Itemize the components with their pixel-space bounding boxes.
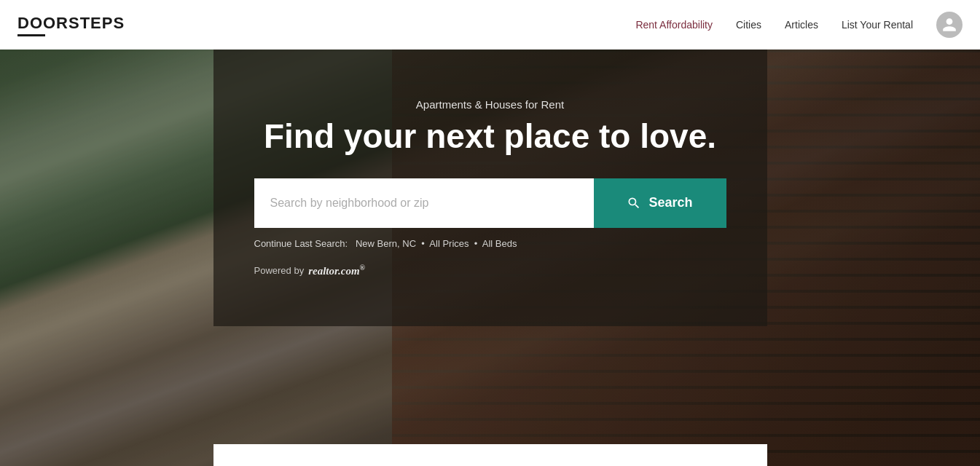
header: DOORSTEPS Rent Affordability Cities Arti… xyxy=(0,0,980,50)
search-button-label: Search xyxy=(648,195,692,210)
search-icon xyxy=(627,196,641,210)
last-search-beds: All Beds xyxy=(482,238,517,249)
powered-by: Powered by realtor.com® xyxy=(254,264,366,277)
realtor-logo: realtor.com® xyxy=(308,264,365,277)
last-search-label: Continue Last Search: xyxy=(254,238,348,249)
last-search-location: New Bern, NC xyxy=(356,238,416,249)
hero-subtitle: Apartments & Houses for Rent xyxy=(416,98,564,111)
logo-underline xyxy=(17,34,45,36)
nav-rent-affordability[interactable]: Rent Affordability xyxy=(635,19,713,31)
nav-articles[interactable]: Articles xyxy=(785,19,818,31)
bottom-white-strip xyxy=(213,444,767,466)
last-search-price: All Prices xyxy=(429,238,469,249)
person-icon xyxy=(941,17,957,33)
user-account-icon[interactable] xyxy=(936,12,963,38)
search-button[interactable]: Search xyxy=(594,178,726,228)
search-input[interactable] xyxy=(254,178,594,228)
main-nav: Rent Affordability Cities Articles List … xyxy=(635,12,963,38)
nav-list-rental[interactable]: List Your Rental xyxy=(842,19,913,31)
search-bar: Search xyxy=(254,178,726,228)
nav-cities[interactable]: Cities xyxy=(736,19,761,31)
powered-by-label: Powered by xyxy=(254,265,305,276)
last-search-bar[interactable]: Continue Last Search: New Bern, NC • All… xyxy=(254,238,517,249)
logo[interactable]: DOORSTEPS xyxy=(17,14,125,36)
search-panel: Apartments & Houses for Rent Find your n… xyxy=(213,50,767,326)
hero-heading: Find your next place to love. xyxy=(264,118,716,155)
